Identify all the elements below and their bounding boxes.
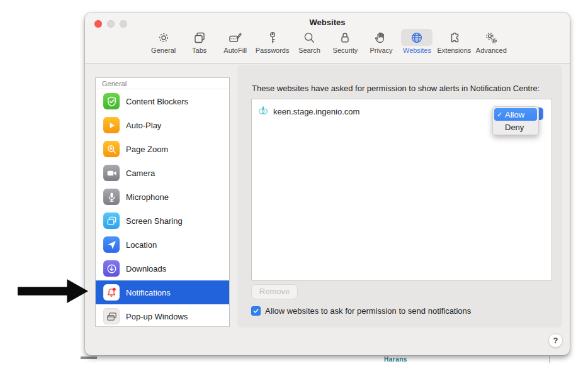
ask-permission-row: Allow websites to ask for permission to … xyxy=(251,306,471,316)
sidebar-item-label: Notifications xyxy=(126,288,171,297)
sidebar-item-page-zoom[interactable]: Page Zoom xyxy=(96,137,229,161)
zoom-button[interactable] xyxy=(120,20,127,28)
hand-icon xyxy=(365,29,397,46)
preferences-content: General Content Blockers Auto-Play xyxy=(85,64,570,355)
sidebar-item-label: Camera xyxy=(126,169,155,178)
tab-label: Tabs xyxy=(192,47,206,54)
annotation-arrow-notifications xyxy=(18,279,88,303)
notifications-bell-icon xyxy=(103,284,120,301)
tab-label: Extensions xyxy=(437,47,471,54)
panel-caption: These websites have asked for permission… xyxy=(252,84,540,93)
sidebar-item-label: Location xyxy=(126,240,157,250)
camera-icon xyxy=(103,165,120,181)
tab-label: Privacy xyxy=(370,47,392,54)
sidebar-item-location[interactable]: Location xyxy=(96,233,229,257)
ask-permission-label: Allow websites to ask for permission to … xyxy=(265,306,471,316)
sidebar-item-label: Pop-up Windows xyxy=(126,312,188,321)
sidebar-item-label: Screen Sharing xyxy=(126,216,183,226)
notifications-settings-panel: These websites have asked for permission… xyxy=(237,65,562,328)
remove-button[interactable]: Remove xyxy=(251,284,298,299)
tab-advanced[interactable]: Advanced xyxy=(475,29,507,54)
safari-preferences-window: Websites General Tabs xyxy=(85,13,570,355)
tab-label: Advanced xyxy=(476,47,507,54)
tab-passwords[interactable]: Passwords xyxy=(256,29,290,54)
popup-windows-icon xyxy=(103,308,120,324)
tab-security[interactable]: Security xyxy=(329,29,361,54)
sidebar-item-auto-play[interactable]: Auto-Play xyxy=(96,113,229,137)
sidebar-section-header: General xyxy=(96,78,229,89)
tab-label: Search xyxy=(298,47,320,54)
content-blockers-icon xyxy=(103,93,120,109)
sidebar-item-screen-sharing[interactable]: Screen Sharing xyxy=(96,209,229,233)
search-icon xyxy=(293,29,325,46)
site-favicon-icon xyxy=(258,106,268,118)
sidebar-item-content-blockers[interactable]: Content Blockers xyxy=(96,89,229,113)
tab-websites-selected[interactable]: Websites xyxy=(401,29,433,54)
website-domain: keen.stage.ingenio.com xyxy=(273,107,359,116)
tab-search[interactable]: Search xyxy=(293,29,325,54)
tab-tabs[interactable]: Tabs xyxy=(184,29,215,54)
menu-item-label: Deny xyxy=(505,123,524,132)
window-title: Websites xyxy=(85,13,570,27)
tab-extensions[interactable]: Extensions xyxy=(437,29,471,54)
sidebar-item-camera[interactable]: Camera xyxy=(96,161,229,185)
sidebar-item-label: Content Blockers xyxy=(126,97,188,106)
autofill-icon xyxy=(220,29,251,46)
screen-sharing-icon xyxy=(103,213,120,229)
screenshot-stage: Harans Websites General xyxy=(0,0,588,376)
tab-label: Websites xyxy=(403,47,431,54)
menu-item-label: Allow xyxy=(505,110,524,119)
sidebar-item-popup-windows[interactable]: Pop-up Windows xyxy=(96,304,229,327)
sidebar-item-label: Auto-Play xyxy=(126,121,161,130)
permission-dropdown-menu: ✓ Allow Deny xyxy=(492,106,539,135)
puzzle-icon xyxy=(438,29,470,46)
menu-item-deny[interactable]: Deny xyxy=(494,121,537,133)
microphone-icon xyxy=(103,189,120,205)
tab-autofill[interactable]: AutoFill xyxy=(220,29,251,54)
page-zoom-icon xyxy=(103,141,120,157)
help-button[interactable]: ? xyxy=(548,333,563,348)
key-icon xyxy=(257,29,288,46)
tabs-icon xyxy=(184,29,215,46)
gear-icon xyxy=(148,29,179,46)
close-button[interactable] xyxy=(94,20,102,28)
sidebar-item-downloads[interactable]: Downloads xyxy=(96,257,229,280)
tab-label: Security xyxy=(333,47,358,54)
minimize-button[interactable] xyxy=(107,20,115,28)
sidebar-item-label: Microphone xyxy=(126,192,169,202)
websites-sidebar: General Content Blockers Auto-Play xyxy=(95,77,230,327)
tab-general[interactable]: General xyxy=(148,29,179,54)
tab-label: General xyxy=(151,47,176,54)
auto-play-icon xyxy=(103,117,120,133)
sidebar-item-label: Page Zoom xyxy=(126,145,168,154)
lock-icon xyxy=(329,29,361,46)
globe-icon xyxy=(401,29,433,46)
traffic-lights xyxy=(94,20,127,28)
background-page-fragment-divider xyxy=(549,356,550,363)
preferences-toolbar: General Tabs xyxy=(85,29,570,54)
downloads-icon xyxy=(103,260,120,277)
tab-label: AutoFill xyxy=(223,47,247,54)
sidebar-item-notifications-selected[interactable]: Notifications xyxy=(96,280,229,304)
checkmark-icon: ✓ xyxy=(494,111,505,119)
background-page-text-fragment: Harans xyxy=(384,356,407,363)
window-chrome: Websites General Tabs xyxy=(85,13,570,64)
sidebar-item-label: Downloads xyxy=(126,264,166,274)
ask-permission-checkbox[interactable] xyxy=(251,306,261,316)
tab-privacy[interactable]: Privacy xyxy=(365,29,397,54)
sidebar-item-microphone[interactable]: Microphone xyxy=(96,185,229,209)
background-page-fragment-bar xyxy=(81,357,97,359)
location-icon xyxy=(103,236,120,253)
tab-label: Passwords xyxy=(256,47,290,54)
menu-item-allow[interactable]: ✓ Allow xyxy=(494,108,537,121)
gears-icon xyxy=(475,29,507,46)
